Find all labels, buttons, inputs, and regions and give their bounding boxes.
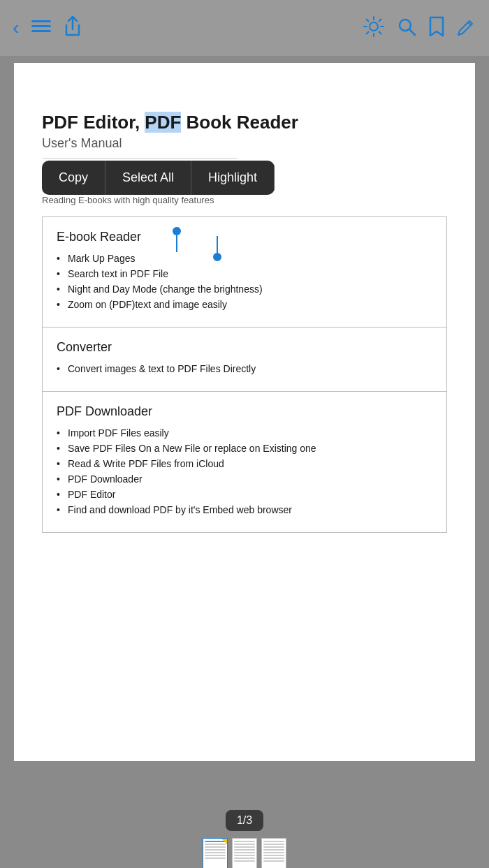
document-subtitle: User's Manual [42, 136, 447, 151]
selected-text: PDF [145, 112, 181, 133]
svg-line-10 [367, 31, 369, 34]
svg-line-9 [379, 31, 381, 34]
page-area: Copy Select All Highlight PDF Editor, PD… [0, 56, 489, 803]
thumb-line [234, 852, 255, 853]
selection-handle-start[interactable] [173, 227, 181, 235]
thumb-line [263, 841, 284, 842]
svg-line-8 [367, 19, 369, 21]
bottom-bar: 1/3 [0, 803, 489, 868]
svg-rect-1 [31, 25, 51, 27]
thumb-line [205, 844, 226, 845]
svg-line-13 [409, 29, 415, 35]
thumbnail-3[interactable] [261, 838, 286, 868]
thumb-line [234, 860, 255, 862]
list-item: Save PDF Files On a New File or replace … [57, 443, 432, 454]
thumb-line [205, 841, 226, 842]
share-icon[interactable] [64, 15, 82, 41]
svg-line-11 [379, 19, 381, 21]
feature-title-downloader: PDF Downloader [57, 404, 432, 419]
section-subtext: Reading E-books with high quality featur… [42, 195, 447, 205]
thumb-line [263, 852, 284, 853]
thumb-line [263, 855, 284, 856]
thumb-line [263, 858, 284, 859]
edit-icon[interactable] [457, 17, 476, 40]
list-item: Import PDF Files easily [57, 427, 432, 439]
thumbnail-1[interactable] [203, 838, 228, 868]
selection-handle-end[interactable] [213, 253, 221, 261]
list-item: PDF Downloader [57, 473, 432, 485]
select-all-button[interactable]: Select All [105, 161, 191, 195]
list-item: Convert images & text to PDF Files Direc… [57, 363, 432, 374]
thumb-line [234, 844, 255, 845]
list-item: Search text in PDF File [57, 268, 432, 279]
thumb-line [234, 846, 255, 848]
thumb-line [234, 855, 255, 856]
document-title: PDF Editor, PDF Book Reader [42, 112, 447, 133]
list-item: Find and download PDF by it's Embed web … [57, 504, 432, 515]
svg-rect-0 [31, 20, 51, 22]
highlight-button[interactable]: Highlight [191, 161, 275, 195]
thumbnail-bar [203, 838, 286, 868]
thumb-line [263, 846, 284, 848]
title-divider [42, 158, 238, 159]
thumb-line [205, 846, 226, 848]
feature-list-downloader: Import PDF Files easily Save PDF Files O… [57, 427, 432, 515]
feature-title-converter: Converter [57, 340, 432, 355]
thumb-line [205, 852, 226, 853]
list-icon[interactable] [31, 18, 51, 38]
search-icon[interactable] [397, 17, 416, 40]
list-item: Zoom on (PDF)text and image easily [57, 299, 432, 310]
feature-box-downloader: PDF Downloader Import PDF Files easily S… [42, 392, 447, 533]
thumb-line [263, 849, 284, 851]
thumb-line [205, 858, 226, 859]
thumb-line [234, 849, 255, 851]
feature-list-converter: Convert images & text to PDF Files Direc… [57, 363, 432, 374]
list-item: Read & Write PDF Files from iCloud [57, 458, 432, 469]
context-menu: Copy Select All Highlight [42, 161, 275, 195]
thumbnail-2[interactable] [232, 838, 257, 868]
back-icon[interactable]: ‹ [13, 18, 19, 38]
thumb-line [234, 841, 255, 842]
feature-list-ebook: Mark Up Pages Search text in PDF File Ni… [57, 253, 432, 310]
brightness-icon[interactable] [363, 16, 384, 41]
toolbar-right [363, 16, 476, 41]
feature-box-converter: Converter Convert images & text to PDF F… [42, 328, 447, 392]
thumb-line [205, 855, 226, 856]
thumb-line [263, 844, 284, 845]
copy-button[interactable]: Copy [42, 161, 105, 195]
toolbar: ‹ [0, 0, 489, 56]
list-item: PDF Editor [57, 489, 432, 500]
feature-title-ebook: E-book Reader [57, 230, 432, 244]
svg-rect-2 [31, 30, 51, 32]
thumb-line [263, 860, 284, 862]
svg-point-3 [370, 22, 378, 31]
page-indicator: 1/3 [226, 810, 263, 831]
thumb-line [234, 858, 255, 859]
bookmark-icon[interactable] [429, 16, 444, 41]
feature-box-ebook: E-book Reader Mark Up Pages Search text … [42, 216, 447, 328]
thumb-line [205, 849, 226, 851]
list-item: Mark Up Pages [57, 253, 432, 264]
list-item: Night and Day Mode (change the brightnes… [57, 284, 432, 295]
toolbar-left: ‹ [13, 15, 82, 41]
